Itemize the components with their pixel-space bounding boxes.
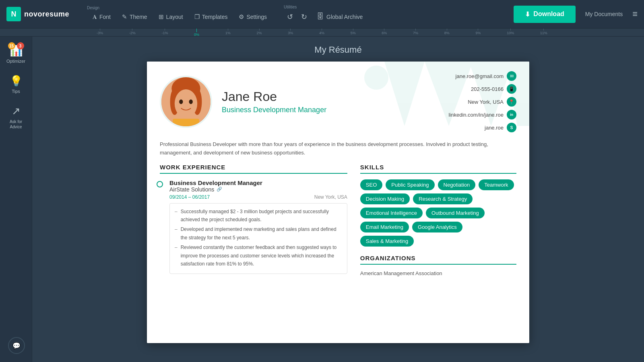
- right-panel: SKILLS SEO Public Speaking Negotiation T…: [360, 164, 516, 281]
- utilities-group: Utilities ↺ ↻ 🗄 Global Archive: [284, 5, 367, 23]
- tips-icon: 💡: [10, 75, 23, 87]
- avatar-face-svg: [161, 76, 211, 128]
- resume-document: Jane Roe Business Development Manager ja…: [147, 62, 529, 343]
- skills-section: SKILLS SEO Public Speaking Negotiation T…: [360, 164, 516, 247]
- theme-nav-item[interactable]: ✎ Theme: [116, 11, 153, 23]
- summary-text: Professional Business Developer with mor…: [160, 140, 516, 157]
- bullet-text-2: Developed and implemented new marketing …: [181, 225, 342, 242]
- ruler-mark: -2%: [129, 29, 136, 37]
- job-dates: 09/2014 – 06/2017: [169, 194, 210, 200]
- settings-label: Settings: [246, 14, 267, 20]
- sidebar-item-advice[interactable]: ↗ Ask for Advice: [2, 100, 31, 134]
- contact-phone-row: 202-555-0166 📱: [471, 84, 516, 94]
- layout-label: Layout: [166, 14, 183, 20]
- ruler-mark: 8%: [444, 29, 450, 37]
- ruler-mark: 3%: [288, 29, 293, 37]
- linkedin-icon: in: [507, 110, 516, 119]
- svg-point-11: [179, 99, 183, 104]
- skill-tag: SEO: [360, 179, 382, 190]
- layout-nav-item[interactable]: ⊞ Layout: [153, 11, 189, 23]
- email-icon: ✉: [507, 71, 516, 81]
- skill-tag: Email Marketing: [360, 222, 409, 232]
- sidebar-item-tips[interactable]: 💡 Tips: [2, 70, 31, 99]
- company-name: AirState Solutions: [169, 186, 214, 193]
- svg-point-4: [364, 66, 388, 90]
- settings-icon: ⚙: [239, 13, 244, 21]
- bullet-dash: –: [175, 208, 178, 224]
- location-icon: 📍: [507, 97, 516, 107]
- contact-location-row: New York, USA 📍: [468, 97, 516, 107]
- skill-tag: Teamwork: [479, 179, 514, 190]
- contact-skype-row: jane.roe S: [485, 123, 516, 132]
- global-archive-label: Global Archive: [326, 14, 363, 20]
- templates-nav-item[interactable]: ❐ Templates: [189, 11, 233, 23]
- organizations-heading: ORGANIZATIONS: [360, 255, 516, 265]
- chat-bubble-button[interactable]: 💬: [8, 337, 25, 354]
- job-title: Business Development Manager: [169, 179, 347, 186]
- job-bullets: – Successfully managed $2 - 3 million bu…: [169, 203, 347, 274]
- skill-tag: Decision Making: [360, 193, 410, 204]
- ruler-mark: 9%: [475, 29, 481, 37]
- ruler-mark: -3%: [97, 29, 103, 37]
- ruler-mark: 10%: [507, 29, 514, 37]
- global-archive-button[interactable]: 🗄 Global Archive: [312, 10, 367, 23]
- name-title-section: Jane Roe Business Development Manager: [222, 89, 326, 114]
- undo-button[interactable]: ↺: [284, 11, 296, 23]
- svg-rect-13: [173, 119, 199, 128]
- skill-tag: Public Speaking: [386, 179, 434, 190]
- logo[interactable]: N novoresume: [6, 7, 79, 21]
- job-bullet-2: – Developed and implemented new marketin…: [175, 225, 342, 242]
- sidebar-item-optimizer[interactable]: 📊 15 3 Optimizer: [2, 40, 31, 68]
- badge-15: 15: [8, 42, 15, 49]
- job-company: AirState Solutions 🔗: [169, 186, 347, 193]
- ruler-mark: 2%: [257, 29, 262, 37]
- ruler-mark: 6%: [382, 29, 387, 37]
- svg-point-12: [189, 99, 193, 104]
- ruler-mark: 5%: [351, 29, 356, 37]
- theme-label: Theme: [130, 14, 147, 20]
- contact-email: jane.roe@gmail.com: [456, 73, 504, 79]
- logo-text: novoresume: [24, 10, 69, 19]
- svg-point-5: [433, 62, 449, 78]
- skills-heading: SKILLS: [360, 164, 516, 174]
- logo-icon: N: [6, 7, 21, 21]
- hamburger-menu[interactable]: ≡: [632, 9, 638, 19]
- svg-point-10: [175, 89, 197, 118]
- chat-icon: 💬: [12, 342, 21, 350]
- skill-tag: Emotional Intelligence: [360, 208, 423, 218]
- page-title: My Résumé: [314, 45, 361, 55]
- download-icon: ⬇: [525, 10, 530, 18]
- contact-section: jane.roe@gmail.com ✉ 202-555-0166 📱 New …: [448, 71, 516, 132]
- badge-container: 📊 15 3: [10, 45, 23, 57]
- job-entry: Business Development Manager AirState So…: [160, 179, 347, 274]
- resume-header: Jane Roe Business Development Manager ja…: [147, 62, 529, 140]
- resume-name: Jane Roe: [222, 89, 326, 104]
- logo-initial: N: [11, 10, 17, 19]
- skills-tags: SEO Public Speaking Negotiation Teamwork…: [360, 179, 516, 247]
- font-nav-item[interactable]: 𝐀 Font: [87, 11, 116, 23]
- tips-label: Tips: [12, 89, 20, 94]
- avatar: [160, 76, 212, 128]
- contact-linkedin: linkedin.com/in/jane.roe: [448, 112, 504, 118]
- ruler: -3% -2% -1% 0% 1% 2% 3% 4% 5% 6% 7% 8% 9…: [0, 29, 644, 37]
- phone-icon: 📱: [507, 84, 516, 94]
- download-button[interactable]: ⬇ Download: [514, 6, 575, 23]
- work-section: WORK EXPERIENCE Business Development Man…: [160, 164, 347, 281]
- advice-icon: ↗: [12, 105, 21, 117]
- optimizer-label: Optimizer: [6, 59, 25, 64]
- redo-button[interactable]: ↻: [298, 11, 310, 23]
- skill-tag: Google Analytics: [412, 222, 462, 232]
- my-documents-link[interactable]: My Documents: [579, 8, 629, 20]
- skill-tag: Negotiation: [438, 179, 476, 190]
- job-bullet-1: – Successfully managed $2 - 3 million bu…: [175, 208, 342, 224]
- bullet-text-1: Successfully managed $2 - 3 million budg…: [181, 208, 342, 224]
- resume-summary: Professional Business Developer with mor…: [147, 140, 529, 164]
- left-sidebar: 📊 15 3 Optimizer 💡 Tips ↗ Ask for Advice…: [0, 37, 32, 362]
- resume-body: WORK EXPERIENCE Business Development Man…: [147, 164, 529, 281]
- main-layout: 📊 15 3 Optimizer 💡 Tips ↗ Ask for Advice…: [0, 37, 644, 362]
- ruler-marks: -3% -2% -1% 0% 1% 2% 3% 4% 5% 6% 7% 8% 9…: [97, 29, 547, 37]
- content-area: My Résumé: [32, 37, 644, 362]
- badge-3: 3: [17, 42, 24, 49]
- download-label: Download: [533, 10, 564, 18]
- settings-nav-item[interactable]: ⚙ Settings: [233, 11, 272, 23]
